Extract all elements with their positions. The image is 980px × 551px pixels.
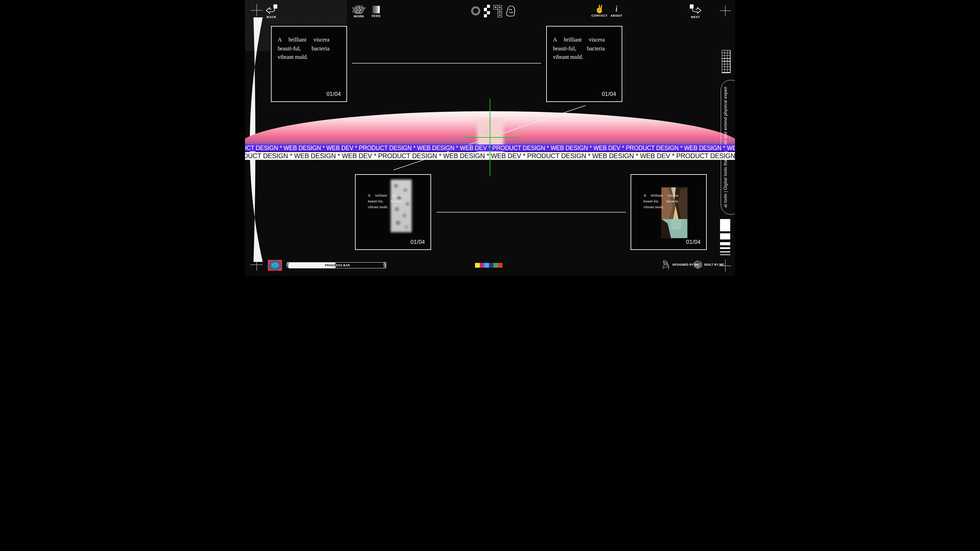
checkerboard-icon (484, 5, 490, 17)
cube-icon (694, 260, 702, 269)
grid-icon (722, 50, 730, 73)
contact-label: CONTACT (592, 14, 608, 17)
corner-plus-top-left (250, 4, 263, 16)
logo-letter: R (495, 6, 496, 9)
color-swatch (480, 263, 485, 268)
color-swatch (493, 263, 498, 268)
gradient-feed-icon (372, 6, 380, 13)
feed-nav-item[interactable]: FEED (372, 6, 380, 18)
contact-nav-item[interactable]: ✌ CONTACT (592, 5, 608, 17)
logo-letter: R (499, 10, 501, 13)
color-swatch (484, 263, 489, 268)
work-label: WORK (354, 14, 364, 18)
blurred-glass-rect (477, 119, 504, 157)
info-icon: i (615, 5, 617, 13)
globe-icon (269, 261, 281, 270)
helmet-face-icon (505, 5, 516, 17)
eye-photo (705, 5, 732, 51)
scale-bar (720, 251, 730, 252)
scale-bar (720, 233, 730, 240)
cmb-globe-badge (268, 260, 282, 271)
peace-hand-icon: ✌ (595, 5, 605, 13)
back-label: BACK (267, 15, 276, 19)
about-nav-item[interactable]: i ABOUT (611, 5, 622, 17)
slide-card-top-left: A brilliant viscera beauti-ful, bacteria… (271, 26, 347, 102)
card-quote: A brilliant viscera beauti-ful, bacteria… (643, 192, 678, 210)
color-swatch-strip (475, 263, 508, 268)
progress-bar: PROGRESS BAR (288, 262, 386, 268)
color-swatch (498, 263, 503, 268)
photo-crosshair-v (725, 5, 725, 16)
corner-plus-bottom-left (250, 259, 263, 271)
squiggle-icon: § (382, 260, 387, 268)
squiggle-icon: § (285, 260, 290, 268)
slide-card-bottom-right: A brilliant viscera beauti-ful, bacteria… (630, 174, 707, 250)
color-swatch (489, 263, 494, 268)
logo-letter: H (499, 14, 501, 17)
logo-letter: N (499, 6, 501, 9)
about-label: ABOUT (611, 14, 622, 17)
scale-bar (720, 219, 730, 231)
next-label: NEXT (691, 15, 700, 19)
bricks-icon (353, 5, 366, 14)
photo-crosshair-h (720, 11, 731, 11)
feed-label: FEED (372, 14, 380, 18)
card-page-indicator: 01/04 (410, 239, 425, 245)
color-swatch (503, 263, 508, 268)
card-quote: A brilliant viscera beauti-ful, bacteria… (553, 35, 605, 62)
next-button[interactable]: NEXT (689, 4, 702, 19)
card-page-indicator: 01/04 (326, 91, 341, 97)
chair-icon (662, 260, 670, 269)
back-button[interactable]: BACK (265, 4, 278, 19)
progress-bar-label: PROGRESS BAR (289, 263, 386, 268)
ring-logo-icon (471, 6, 480, 16)
card-page-indicator: 01/04 (686, 239, 701, 245)
card-page-indicator: 01/04 (601, 91, 616, 97)
work-nav-item[interactable]: WORK (353, 5, 366, 18)
scale-bar (720, 247, 730, 249)
rnrh-logo: R N R H (493, 5, 501, 17)
slide-card-bottom-left: A brilliant viscera beauti-ful, bacteria… (355, 174, 431, 250)
scale-bar (720, 254, 730, 255)
slide-card-top-right: A brilliant viscera beauti-ful, bacteria… (546, 26, 622, 102)
color-swatch (475, 263, 480, 268)
scale-bar (720, 242, 730, 245)
logo-cluster[interactable]: R N R H (471, 5, 516, 17)
next-arrow-icon (689, 4, 702, 14)
card-quote: A brilliant viscera beauti-ful, bacteria… (368, 192, 402, 210)
corner-plus-bottom-right (719, 259, 731, 272)
back-arrow-icon (265, 4, 278, 14)
green-crosshair-h (462, 137, 519, 138)
card-quote: A brilliant viscera beauti-ful, bacteria… (278, 35, 329, 62)
page: BACK WORK FEED R (245, 0, 735, 275)
